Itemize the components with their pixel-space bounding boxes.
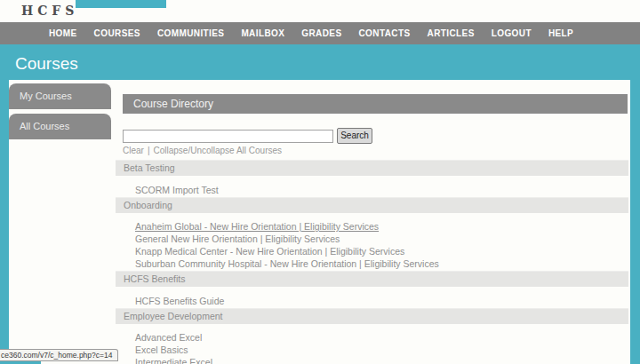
right-edge-strip	[630, 80, 640, 364]
link-separator: |	[148, 146, 150, 155]
status-url-tooltip: ce360.com/v7/c_home.php?c=14	[0, 349, 118, 361]
course-directory-header: Course Directory	[123, 94, 628, 114]
nav-item-home[interactable]: HOME	[49, 28, 77, 38]
category-bar-hcfs-benefits[interactable]: HCFS Benefits	[116, 271, 628, 287]
page-header-band	[0, 44, 640, 80]
nav-item-contacts[interactable]: CONTACTS	[359, 28, 411, 38]
category-bar-beta-testing[interactable]: Beta Testing	[116, 160, 628, 176]
category-bar-onboarding[interactable]: Onboarding	[116, 197, 628, 213]
search-button[interactable]: Search	[337, 128, 372, 144]
course-link-hcfs-benefits-guide[interactable]: HCFS Benefits Guide	[135, 296, 224, 307]
clear-link[interactable]: Clear	[123, 146, 144, 155]
collapse-uncollapse-link[interactable]: Collapse/Uncollapse All Courses	[154, 146, 283, 155]
sidebar-item-my-courses[interactable]: My Courses	[9, 83, 111, 109]
category-bar-employee-development[interactable]: Employee Development	[116, 308, 628, 324]
main-nav: HOME COURSES COMMUNITIES MAILBOX GRADES …	[0, 22, 640, 44]
nav-item-grades[interactable]: GRADES	[301, 28, 341, 38]
directory-toolbar: Clear|Collapse/Uncollapse All Courses	[123, 146, 282, 155]
course-link-general-new-hire[interactable]: General New Hire Orientation | Eligibili…	[135, 233, 340, 245]
course-link-suburban-community-hospital[interactable]: Suburban Community Hospital - New Hire O…	[135, 258, 439, 270]
course-link-advanced-excel[interactable]: Advanced Excel	[135, 332, 202, 344]
page-title: Courses	[15, 54, 78, 74]
search-input[interactable]	[123, 130, 333, 143]
brand-logo[interactable]: HCFS	[21, 4, 78, 18]
course-link-anaheim-global[interactable]: Anaheim Global - New Hire Orientation | …	[135, 221, 379, 233]
course-link-scorm-import-test[interactable]: SCORM Import Test	[135, 185, 219, 196]
nav-item-courses[interactable]: COURSES	[94, 28, 140, 38]
left-edge-strip	[0, 80, 9, 364]
redacted-header-block	[76, 0, 166, 8]
sidebar-item-all-courses[interactable]: All Courses	[9, 114, 111, 139]
nav-item-help[interactable]: HELP	[548, 28, 573, 38]
nav-item-communities[interactable]: COMMUNITIES	[157, 28, 225, 38]
nav-item-mailbox[interactable]: MAILBOX	[241, 28, 284, 38]
course-link-knapp-medical-center[interactable]: Knapp Medical Center - New Hire Orientat…	[135, 246, 404, 257]
nav-item-logout[interactable]: LOGOUT	[492, 28, 532, 38]
course-link-excel-basics[interactable]: Excel Basics	[135, 344, 188, 356]
course-link-intermediate-excel[interactable]: Intermediate Excel	[135, 357, 212, 364]
nav-item-articles[interactable]: ARTICLES	[428, 28, 475, 38]
